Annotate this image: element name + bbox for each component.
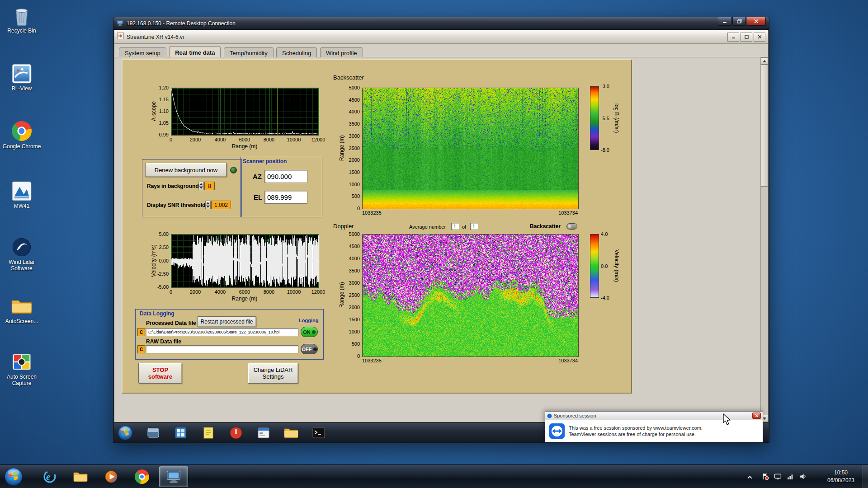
doppler-x-end: 1033734	[542, 358, 578, 363]
scrollbar-thumb[interactable]	[761, 65, 768, 187]
rays-value-field[interactable]: 8	[204, 182, 215, 190]
rdp-minimize-button[interactable]	[718, 17, 731, 26]
taskbar-media-player-icon[interactable]	[98, 466, 125, 487]
processed-logging-toggle[interactable]: ON	[301, 327, 318, 337]
taskbar-chrome-icon[interactable]	[128, 466, 156, 487]
tray-chevron-icon[interactable]	[747, 474, 753, 480]
tick-label: 3500	[349, 121, 360, 127]
tick-label: 1.10	[159, 108, 169, 114]
show-desktop-button[interactable]	[863, 465, 868, 488]
desktop-icon-wind-lidar[interactable]: Wind Lidar Software	[2, 237, 42, 272]
rdp-restore-button[interactable]	[732, 17, 746, 26]
backscatter-y-ticks: 5000450040003500300025002000150010005000	[346, 88, 361, 208]
doppler-x-start: 1033235	[362, 358, 382, 363]
start-button[interactable]	[2, 466, 25, 487]
tray-flag-icon[interactable]	[761, 473, 769, 480]
velocity-x-axis-label: Range (m)	[171, 296, 318, 302]
chrome-icon	[11, 121, 32, 142]
velocity-x-ticks: 020004000600080001000012000	[171, 289, 318, 295]
rays-spinner[interactable]	[198, 182, 204, 190]
of-label: of	[462, 224, 466, 230]
average-count-field[interactable]: 1	[470, 223, 478, 230]
backscatter-colorbar-ticks: -3.0-5.5-8.0	[601, 86, 614, 150]
desktop-icon-mw41[interactable]: MW41	[2, 181, 42, 209]
doppler-colorbar-label: Velocity (m/s)	[613, 239, 620, 293]
backscatter-heatmap	[362, 88, 579, 209]
processed-drive-box[interactable]: C	[137, 328, 145, 336]
screen-capture-icon	[11, 352, 32, 372]
tick-label: 4000	[210, 289, 230, 295]
tick-label: 1000	[349, 329, 360, 334]
processed-path-field[interactable]: C:\Lidar\Data\Proc\2023\202308\20230806\…	[146, 328, 298, 336]
labview-minimize-button[interactable]	[727, 33, 739, 42]
tick-label: 4500	[349, 97, 360, 103]
sponsored-session-titlebar[interactable]: Sponsored session	[545, 412, 763, 420]
desktop-icon-google-chrome[interactable]: Google Chrome	[2, 121, 42, 150]
taskbar: e 10:50 06/08/2023	[0, 465, 868, 488]
tray-display-icon[interactable]	[774, 473, 782, 480]
el-value-field[interactable]: 089.999	[264, 191, 307, 204]
remote-taskbar-power-app-icon[interactable]	[229, 426, 243, 440]
sponsored-session-popup: Sponsored session This was a free sessio…	[545, 411, 763, 442]
tray-network-icon[interactable]	[787, 473, 794, 480]
tick-label: 8000	[259, 137, 279, 142]
desktop-icon-auto-screen-capture[interactable]: Auto Screen Capture	[2, 352, 42, 386]
doppler-title: Doppler	[333, 223, 354, 230]
taskbar-clock[interactable]: 10:50 06/08/2023	[820, 469, 862, 484]
labview-titlebar[interactable]: StreamLine XR v14-6.vi	[114, 30, 768, 44]
average-number-field[interactable]: 1	[451, 223, 459, 230]
clock-date: 06/08/2023	[820, 477, 862, 484]
popup-close-button[interactable]	[752, 413, 761, 419]
scanner-position-title: Scanner position	[243, 158, 287, 164]
raw-path-field[interactable]	[146, 345, 298, 353]
raw-logging-toggle[interactable]: OFF	[301, 344, 318, 354]
tick-label: 500	[352, 341, 360, 347]
remote-taskbar-notes-icon[interactable]	[201, 426, 216, 440]
az-value-field[interactable]: 090.000	[264, 170, 307, 183]
backscatter-title: Backscatter	[333, 74, 364, 81]
tick-label: -3.0	[601, 84, 609, 89]
teamviewer-logo	[549, 423, 565, 439]
labview-close-button[interactable]	[754, 33, 765, 42]
ascope-x-axis-label: Range (m)	[171, 143, 318, 150]
remote-taskbar-window-icon[interactable]	[146, 426, 160, 440]
labview-app-icon	[117, 33, 124, 41]
backscatter-toggle[interactable]	[566, 223, 577, 230]
labview-maximize-button[interactable]	[741, 33, 752, 42]
velocity-graph	[171, 234, 319, 288]
remote-taskbar-app-window-icon[interactable]	[256, 426, 271, 440]
doppler-colorbar-ticks: 4.00.0-4.0	[601, 234, 614, 298]
desktop-icon-bl-view[interactable]: BL-View	[2, 63, 42, 92]
tab-real-time-data[interactable]: Real time data	[169, 46, 221, 58]
restart-processed-file-button[interactable]: Restart processed file	[197, 316, 256, 327]
desktop-icon-autoscreen-folder[interactable]: AutoScreen...	[2, 296, 42, 324]
recycle-bin-icon	[11, 5, 32, 26]
rdp-close-button[interactable]	[747, 17, 766, 26]
change-lidar-settings-button[interactable]: Change LiDAR Settings	[248, 363, 298, 384]
remote-taskbar-grid-app-icon[interactable]	[174, 426, 188, 440]
on-label: ON	[303, 329, 311, 335]
rdp-titlebar[interactable]: 192.168.0.150 - Remote Desktop Connectio…	[113, 17, 769, 30]
renew-background-button[interactable]: Renew background now	[145, 163, 227, 177]
scanner-position-box	[241, 157, 322, 217]
taskbar-explorer-icon[interactable]	[67, 466, 94, 487]
remote-start-button[interactable]	[118, 425, 133, 441]
desktop-icon-recycle-bin[interactable]: Recycle Bin	[2, 5, 42, 34]
velocity-y-ticks: 5.002.500.00-2.50-5.00	[150, 234, 170, 287]
scroll-up-button[interactable]	[761, 57, 768, 65]
stop-software-button[interactable]: STOP software	[138, 363, 182, 384]
remote-taskbar-folder-icon[interactable]	[284, 426, 298, 440]
sponsored-session-title: Sponsored session	[554, 413, 596, 418]
snr-spinner[interactable]	[205, 201, 211, 209]
tray-volume-icon[interactable]	[799, 473, 807, 480]
remote-taskbar-cmd-icon[interactable]	[311, 426, 326, 440]
logging-label: Logging	[299, 318, 318, 323]
taskbar-rdp-icon[interactable]	[159, 466, 188, 487]
raw-drive-box[interactable]: C	[137, 345, 145, 353]
stop-line1: STOP	[152, 366, 168, 373]
snr-value-field[interactable]: 1.002	[211, 201, 231, 209]
taskbar-ie-icon[interactable]: e	[36, 466, 63, 487]
tick-label: 6000	[235, 289, 255, 295]
vertical-scrollbar[interactable]	[760, 57, 768, 422]
el-label: EL	[254, 193, 262, 201]
